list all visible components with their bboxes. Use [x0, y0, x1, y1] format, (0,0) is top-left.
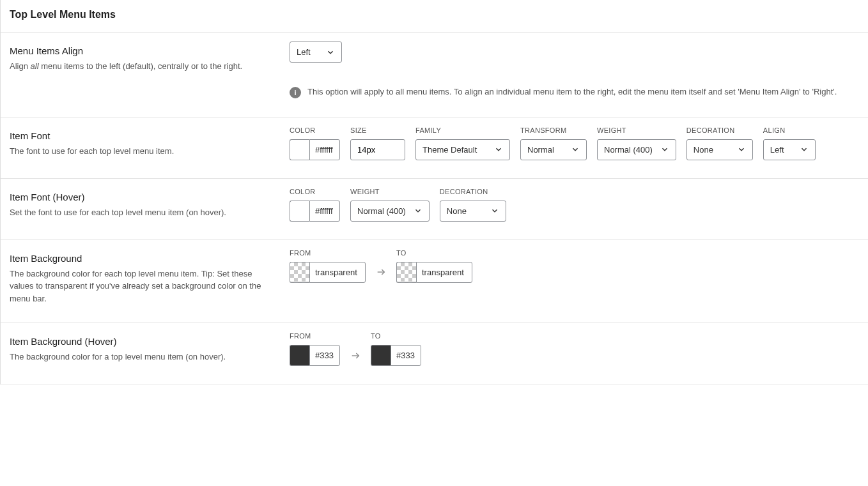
field-label: FAMILY — [415, 126, 510, 134]
color-swatch[interactable] — [396, 262, 416, 283]
arrow-right-icon — [348, 345, 363, 366]
select-value: None — [694, 145, 713, 155]
color-value[interactable]: transparent — [309, 262, 366, 283]
row-left: Item Font (Hover) Set the font to use fo… — [10, 188, 290, 222]
bg-group: FROM #333 TO #333 — [290, 332, 421, 366]
setting-title: Item Font — [10, 130, 277, 141]
field-from: FROM #333 — [290, 332, 340, 366]
color-swatch[interactable] — [290, 201, 309, 222]
field-label: COLOR — [290, 188, 340, 195]
field-color: COLOR #ffffff — [290, 126, 340, 160]
row-menu-items-align: Menu Items Align Align all menu items to… — [1, 33, 868, 118]
arrow-right-icon — [373, 262, 389, 283]
field-label: COLOR — [290, 126, 340, 134]
field-label: FROM — [290, 332, 340, 340]
field-to: TO transparent — [396, 249, 472, 283]
field-label: DECORATION — [440, 188, 506, 195]
row-left: Item Background (Hover) The background c… — [10, 332, 290, 366]
setting-desc: Set the font to use for each top level m… — [10, 206, 277, 219]
setting-desc: The font to use for each top level menu … — [10, 145, 277, 158]
section-header: Top Level Menu Items — [1, 0, 868, 33]
select-value: Theme Default — [422, 145, 477, 155]
color-swatch[interactable] — [290, 345, 309, 366]
field-label: TO — [396, 249, 472, 257]
info-row: i This option will apply to all menu ite… — [290, 86, 837, 99]
row-item-background: Item Background The background color for… — [1, 240, 868, 324]
size-input[interactable] — [350, 139, 405, 160]
field-label: FROM — [290, 249, 366, 257]
settings-panel: Top Level Menu Items Menu Items Align Al… — [0, 0, 868, 384]
field-weight: WEIGHT Normal (400) — [350, 188, 430, 222]
color-value[interactable]: #ffffff — [309, 139, 340, 160]
field-weight: WEIGHT Normal (400) — [597, 126, 676, 160]
transform-select[interactable]: Normal — [520, 139, 587, 160]
desc-post: menu items to the left (default), centra… — [39, 61, 243, 71]
color-value[interactable]: transparent — [416, 262, 472, 283]
row-item-font: Item Font The font to use for each top l… — [1, 118, 868, 179]
field-label: ALIGN — [763, 126, 816, 134]
chevron-down-icon — [326, 48, 335, 57]
field-decoration: DECORATION None — [686, 126, 753, 160]
color-input[interactable]: #ffffff — [290, 139, 340, 160]
select-value: Normal — [527, 145, 554, 155]
section-title: Top Level Menu Items — [10, 9, 859, 20]
row-right: FROM #333 TO #333 — [290, 332, 859, 366]
desc-pre: Align — [10, 61, 31, 71]
select-value: Normal (400) — [357, 206, 406, 216]
row-right: COLOR #ffffff SIZE FAMILY Theme Default … — [290, 126, 859, 160]
select-value: Normal (400) — [604, 145, 653, 155]
color-input-from[interactable]: transparent — [290, 262, 366, 283]
row-right: FROM transparent TO transparent — [290, 249, 859, 305]
info-text: This option will apply to all menu items… — [307, 86, 837, 99]
weight-select[interactable]: Normal (400) — [597, 139, 676, 160]
setting-title: Item Background (Hover) — [10, 336, 277, 347]
decoration-select[interactable]: None — [686, 139, 753, 160]
field-label: WEIGHT — [350, 188, 430, 195]
row-right: COLOR #ffffff WEIGHT Normal (400) DECORA… — [290, 188, 859, 222]
field-transform: TRANSFORM Normal — [520, 126, 587, 160]
family-select[interactable]: Theme Default — [415, 139, 510, 160]
color-swatch[interactable] — [290, 262, 309, 283]
setting-desc: The background color for a top level men… — [10, 351, 277, 363]
color-input-from[interactable]: #333 — [290, 345, 340, 366]
field-decoration: DECORATION None — [440, 188, 506, 222]
bg-group: FROM transparent TO transparent — [290, 249, 472, 283]
desc-em: all — [31, 61, 39, 71]
row-item-background-hover: Item Background (Hover) The background c… — [1, 323, 868, 384]
color-swatch[interactable] — [371, 345, 391, 366]
decoration-select[interactable]: None — [440, 201, 506, 222]
row-right: Left i This option will apply to all men… — [290, 42, 859, 99]
color-value[interactable]: #ffffff — [309, 201, 340, 222]
select-value: Left — [770, 145, 784, 155]
select-value: None — [447, 206, 467, 216]
chevron-down-icon — [414, 206, 422, 215]
setting-title: Menu Items Align — [10, 45, 277, 56]
color-input-to[interactable]: transparent — [396, 262, 472, 283]
align-select[interactable]: Left — [763, 139, 816, 160]
color-value[interactable]: #333 — [391, 345, 421, 366]
chevron-down-icon — [490, 206, 499, 215]
color-input[interactable]: #ffffff — [290, 201, 340, 222]
color-swatch[interactable] — [290, 139, 309, 160]
field-to: TO #333 — [371, 332, 421, 366]
chevron-down-icon — [571, 145, 580, 154]
field-from: FROM transparent — [290, 249, 366, 283]
select-value: Left — [297, 47, 311, 57]
field-family: FAMILY Theme Default — [415, 126, 510, 160]
row-left: Item Font The font to use for each top l… — [10, 126, 290, 160]
setting-desc: Align all menu items to the left (defaul… — [10, 60, 277, 73]
chevron-down-icon — [737, 145, 746, 154]
row-left: Item Background The background color for… — [10, 249, 290, 305]
field-label: DECORATION — [686, 126, 753, 134]
menu-items-align-select[interactable]: Left — [290, 42, 342, 63]
field-label: SIZE — [350, 126, 405, 134]
chevron-down-icon — [494, 145, 503, 154]
weight-select[interactable]: Normal (400) — [350, 201, 430, 222]
row-item-font-hover: Item Font (Hover) Set the font to use fo… — [1, 179, 868, 240]
field-color: COLOR #ffffff — [290, 188, 340, 222]
setting-desc: The background color for each top level … — [10, 268, 277, 305]
setting-title: Item Font (Hover) — [10, 192, 277, 202]
info-icon: i — [290, 87, 301, 98]
color-input-to[interactable]: #333 — [371, 345, 421, 366]
color-value[interactable]: #333 — [309, 345, 340, 366]
